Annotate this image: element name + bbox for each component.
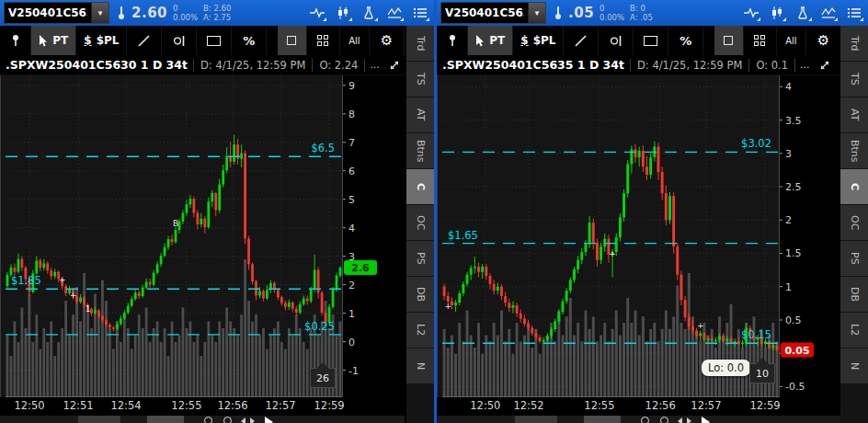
side-tab-c[interactable]: C	[406, 169, 434, 204]
trendline-tool-button[interactable]	[127, 26, 162, 55]
chart-datetime-label: D: 4/1/25, 12:59 PM	[631, 59, 748, 72]
percent-tool-button[interactable]: %	[232, 26, 267, 55]
profit-loss-tool-button[interactable]: $ $PL	[513, 26, 564, 55]
time-axis[interactable]: 12:5012:5112:5412:5512:5612:5712:59	[0, 397, 405, 416]
zoom-in-icon[interactable]	[660, 417, 668, 423]
pan-left-icon[interactable]	[241, 417, 246, 423]
pointer-tool-button[interactable]: PT	[468, 26, 513, 55]
symbol-input[interactable]	[5, 3, 91, 23]
chart-title-row: .SPXW250401C5635 1 D 34t D: 4/1/25, 12:5…	[437, 55, 841, 75]
settings-gear-button[interactable]: ⚙	[806, 26, 841, 55]
time-axis[interactable]: 12:5012:5212:5512:5612:5712:59	[437, 397, 841, 416]
rectangle-tool-button[interactable]	[634, 26, 668, 55]
side-tab-ts[interactable]: TS	[840, 62, 868, 97]
side-tab-oc[interactable]: OC	[840, 205, 868, 240]
side-tab-at[interactable]: AT	[406, 97, 434, 132]
scrollbar-segment[interactable]	[147, 416, 184, 423]
collapse-icon[interactable]	[818, 59, 831, 72]
scrollbar-segment[interactable]	[78, 416, 120, 423]
symbol-dropdown-button[interactable]: ▾	[91, 3, 108, 23]
side-tab-db[interactable]: DB	[840, 277, 868, 312]
symbol-input[interactable]	[441, 3, 528, 23]
collapse-icon[interactable]	[388, 59, 401, 72]
side-tab-db[interactable]: DB	[406, 277, 434, 312]
symbol-dropdown-button[interactable]: ▾	[528, 3, 545, 23]
candlestick-pattern-icon[interactable]	[767, 4, 787, 22]
side-tab-n[interactable]: N	[840, 349, 868, 383]
side-tab-ps[interactable]: PS	[406, 241, 434, 276]
time-axis-label: 12:50	[469, 399, 502, 412]
pulse-line-icon[interactable]	[307, 4, 327, 22]
side-tab-trd[interactable]: Trd	[406, 26, 434, 61]
side-tab-ts[interactable]: TS	[406, 62, 434, 97]
settings-gear-button[interactable]: ⚙	[370, 26, 405, 55]
pan-left-icon[interactable]	[678, 417, 682, 423]
bottom-scroll-strip[interactable]	[0, 416, 405, 423]
menu-list-icon[interactable]	[410, 4, 430, 22]
side-tab-label: AT	[849, 109, 861, 120]
candlestick-chart[interactable]: -0.500.511.522.533.54+++$3.02$1.65$0.150…	[437, 75, 841, 397]
svg-text:2.5: 2.5	[785, 181, 802, 193]
all-button[interactable]: All	[777, 26, 806, 55]
rectangle-tool-button[interactable]	[197, 26, 232, 55]
all-button[interactable]: All	[340, 26, 370, 55]
ellipse-tool-button[interactable]	[599, 26, 634, 55]
svg-text:-1: -1	[348, 365, 359, 377]
grid-icon	[754, 35, 765, 46]
zoom-in-icon[interactable]	[223, 417, 232, 423]
side-tab-l2[interactable]: L2	[406, 313, 434, 348]
countdown-value: 10	[756, 368, 769, 380]
chart-panel-right: ▾ .05 0 0.00% B: 0 A: .05	[434, 0, 868, 423]
snap-square-button[interactable]	[714, 26, 744, 55]
pulse-line-icon[interactable]	[741, 4, 761, 22]
chart-title-row: .SPXW250401C5630 1 D 34t D: 4/1/25, 12:5…	[0, 55, 405, 75]
play-icon[interactable]	[702, 417, 710, 423]
side-tab-at[interactable]: AT	[840, 97, 868, 132]
pin-button[interactable]	[437, 26, 468, 55]
side-tab-trd[interactable]: Trd	[840, 26, 868, 61]
drawings-icon[interactable]	[818, 4, 839, 22]
side-tab-l2[interactable]: L2	[840, 313, 868, 348]
more-button[interactable]: ...	[365, 59, 384, 71]
zoom-out-icon[interactable]	[204, 417, 212, 423]
play-icon[interactable]	[265, 417, 273, 423]
side-tab-oc[interactable]: OC	[406, 205, 434, 240]
side-tab-c[interactable]: C	[840, 169, 868, 204]
side-tab-ps[interactable]: PS	[840, 241, 868, 276]
candlestick-pattern-icon[interactable]	[333, 4, 353, 22]
svg-text:B: B	[173, 219, 178, 228]
drawings-icon[interactable]	[384, 4, 405, 22]
candlestick-chart[interactable]: -10123456789++1B$6.5$1.85$0.252.6	[0, 75, 405, 397]
flask-icon[interactable]	[793, 4, 813, 22]
quote-last: 2.60	[131, 5, 167, 21]
thermometer-icon[interactable]	[554, 6, 563, 20]
grid-layout-button[interactable]	[307, 26, 340, 55]
scrollbar-segment[interactable]	[515, 416, 557, 423]
grid-layout-button[interactable]	[744, 26, 777, 55]
scrollbar-segment[interactable]	[584, 416, 621, 423]
menu-list-icon[interactable]	[844, 4, 864, 22]
zoom-out-icon[interactable]	[641, 417, 649, 423]
svg-text:2: 2	[785, 214, 792, 226]
pl-label: $PL	[97, 34, 120, 47]
svg-text:5: 5	[348, 194, 355, 206]
profit-loss-tool-button[interactable]: $ $PL	[76, 26, 127, 55]
pan-right-icon[interactable]	[250, 417, 255, 423]
bottom-scroll-strip[interactable]	[437, 416, 841, 423]
side-tab-n[interactable]: N	[406, 349, 434, 383]
percent-tool-button[interactable]: %	[668, 26, 703, 55]
trendline-tool-button[interactable]	[564, 26, 599, 55]
flask-icon[interactable]	[359, 4, 379, 22]
side-tab-label: OC	[415, 215, 427, 230]
svg-text:6: 6	[348, 166, 355, 177]
side-tab-btns[interactable]: Btns	[406, 133, 434, 168]
pan-right-icon[interactable]	[687, 417, 691, 423]
ellipse-tool-button[interactable]	[162, 26, 197, 55]
pointer-tool-button[interactable]: PT	[31, 26, 76, 55]
side-tab-btns[interactable]: Btns	[840, 133, 868, 168]
svg-text:+: +	[444, 302, 451, 311]
snap-square-button[interactable]	[278, 26, 307, 55]
pin-button[interactable]	[0, 26, 31, 55]
more-button[interactable]: ...	[795, 59, 815, 71]
thermometer-icon[interactable]	[117, 6, 126, 20]
